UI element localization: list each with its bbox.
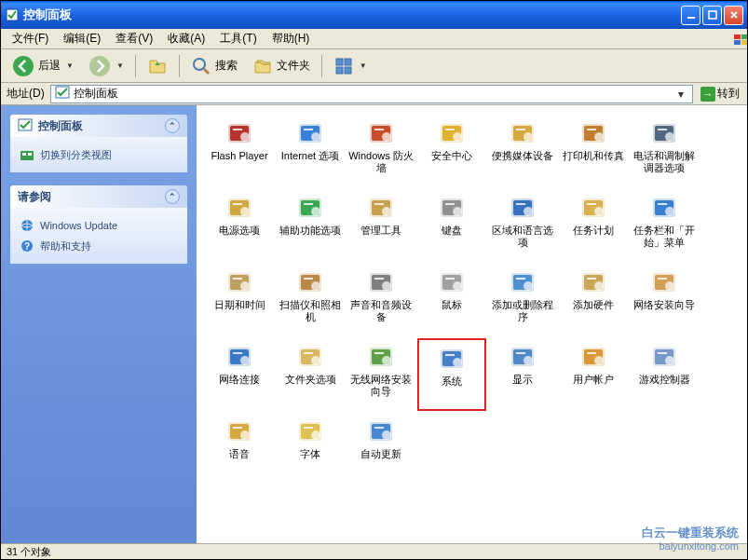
panel-title: 控制面板 [38, 118, 83, 134]
svg-rect-47 [587, 129, 596, 130]
views-icon [333, 56, 354, 76]
icon-internet-options[interactable]: Internet 选项 [276, 115, 345, 187]
icon-taskbar-start[interactable]: 任务栏和「开始」菜单 [630, 189, 699, 262]
svg-point-38 [453, 132, 462, 142]
collapse-icon[interactable]: ⌃ [165, 189, 180, 204]
up-button[interactable] [142, 53, 173, 79]
link-windows-update[interactable]: Windows Update [20, 215, 178, 236]
icon-label: 管理工具 [360, 225, 401, 237]
icon-phone-modem[interactable]: 电话和调制解调器选项 [630, 115, 699, 187]
icon-portable-media[interactable]: 便携媒体设备 [488, 115, 557, 187]
menu-file[interactable]: 文件(F) [5, 29, 56, 48]
icon-accessibility[interactable]: 辅助功能选项 [276, 189, 345, 262]
panel-see-also: 请参阅 ⌃ Windows Update ? 帮助和支持 [10, 185, 187, 264]
panel-header[interactable]: 控制面板 ⌃ [10, 115, 187, 137]
icon-regional-language[interactable]: 区域和语言选项 [488, 189, 557, 262]
add-remove-programs-icon [508, 267, 537, 297]
icon-label: 辅助功能选项 [279, 225, 341, 237]
icon-folder-options[interactable]: 文件夹选项 [276, 338, 345, 411]
svg-rect-1 [687, 17, 695, 19]
svg-rect-19 [28, 153, 32, 156]
address-dropdown-icon[interactable]: ▾ [673, 88, 688, 101]
icon-mouse[interactable]: 鼠标 [417, 264, 486, 336]
icon-grid: Flash PlayerInternet 选项Windows 防火墙安全中心便携… [204, 115, 740, 487]
link-help-support[interactable]: ? 帮助和支持 [20, 236, 178, 256]
menu-tools[interactable]: 工具(T) [212, 29, 264, 48]
icon-sounds-audio[interactable]: 声音和音频设备 [347, 264, 415, 336]
menu-help[interactable]: 帮助(H) [265, 29, 318, 48]
icon-display[interactable]: 显示 [488, 338, 557, 411]
svg-rect-123 [445, 354, 455, 356]
svg-rect-59 [304, 203, 313, 205]
menu-edit[interactable]: 编辑(E) [56, 29, 108, 48]
panel-header[interactable]: 请参阅 ⌃ [10, 185, 187, 208]
svg-rect-4 [741, 34, 748, 39]
admin-tools-icon [366, 193, 396, 223]
link-category-view[interactable]: 切换到分类视图 [20, 144, 178, 165]
icon-label: 系统 [442, 376, 462, 388]
collapse-icon[interactable]: ⌃ [165, 118, 180, 133]
window-title: 控制面板 [23, 7, 681, 23]
svg-point-126 [524, 356, 533, 365]
icon-security-center[interactable]: 安全中心 [417, 115, 486, 187]
svg-point-122 [453, 358, 462, 367]
network-setup-icon [649, 267, 679, 297]
icon-user-accounts[interactable]: 用户帐户 [559, 338, 628, 411]
menu-view[interactable]: 查看(V) [108, 29, 160, 48]
maximize-button[interactable] [702, 6, 722, 25]
icon-speech[interactable]: 语音 [205, 413, 274, 485]
icon-wireless-network[interactable]: 无线网络安装向导 [347, 338, 415, 411]
mouse-icon [437, 267, 467, 297]
icon-game-controllers[interactable]: 游戏控制器 [630, 338, 699, 411]
svg-line-10 [204, 69, 209, 74]
icon-label: Internet 选项 [281, 150, 339, 162]
icon-power-options[interactable]: 电源选项 [205, 189, 274, 262]
icon-label: 便携媒体设备 [492, 150, 553, 162]
panel-body: 切换到分类视图 [10, 137, 187, 172]
user-accounts-icon [578, 342, 608, 372]
svg-rect-83 [233, 278, 242, 280]
svg-point-102 [594, 281, 604, 291]
views-button[interactable]: ▼ [328, 53, 373, 79]
icon-admin-tools[interactable]: 管理工具 [347, 189, 415, 262]
address-icon [55, 85, 70, 102]
icon-system[interactable]: 系统 [417, 338, 486, 411]
toolbar-separator [321, 55, 322, 77]
close-button[interactable] [724, 6, 743, 25]
go-button[interactable]: → 转到 [697, 86, 743, 102]
icon-scheduled-tasks[interactable]: 任务计划 [559, 189, 628, 262]
icon-network-setup[interactable]: 网络安装向导 [630, 264, 699, 336]
toolbar-separator [135, 55, 136, 77]
svg-point-90 [382, 281, 391, 291]
icon-printers-fax[interactable]: 打印机和传真 [559, 115, 628, 187]
icon-scanners-cameras[interactable]: 扫描仪和照相机 [276, 264, 345, 336]
scheduled-tasks-icon [578, 193, 608, 223]
link-label: 切换到分类视图 [40, 148, 112, 162]
icon-flash-player[interactable]: Flash Player [205, 115, 274, 187]
icon-fonts[interactable]: 字体 [276, 413, 345, 485]
icon-date-time[interactable]: 日期和时间 [205, 264, 274, 336]
icon-add-hardware[interactable]: 添加硬件 [559, 264, 628, 336]
folders-button[interactable]: 文件夹 [247, 53, 316, 79]
icon-network-connections[interactable]: 网络连接 [205, 338, 274, 411]
back-button[interactable]: 后退 ▼ [7, 52, 79, 80]
phone-modem-icon [649, 118, 679, 148]
sounds-audio-icon [366, 267, 396, 297]
icon-keyboard[interactable]: 键盘 [417, 189, 486, 262]
icon-label: 文件夹选项 [285, 374, 336, 386]
svg-point-26 [240, 132, 250, 142]
svg-rect-139 [233, 427, 242, 429]
minimize-button[interactable] [681, 6, 700, 25]
icon-automatic-updates[interactable]: 自动更新 [347, 413, 415, 485]
forward-button[interactable]: ▼ [83, 52, 129, 80]
scanners-cameras-icon [295, 267, 325, 297]
icon-label: 显示 [512, 374, 533, 386]
address-input[interactable]: 控制面板 ▾ [50, 85, 693, 103]
icon-add-remove-programs[interactable]: 添加或删除程序 [488, 264, 557, 336]
svg-rect-12 [345, 59, 351, 65]
svg-point-66 [453, 207, 462, 216]
menu-favorites[interactable]: 收藏(A) [160, 29, 212, 48]
icon-windows-firewall[interactable]: Windows 防火墙 [347, 115, 415, 187]
search-button[interactable]: 搜索 [185, 53, 243, 79]
svg-point-34 [382, 132, 391, 142]
